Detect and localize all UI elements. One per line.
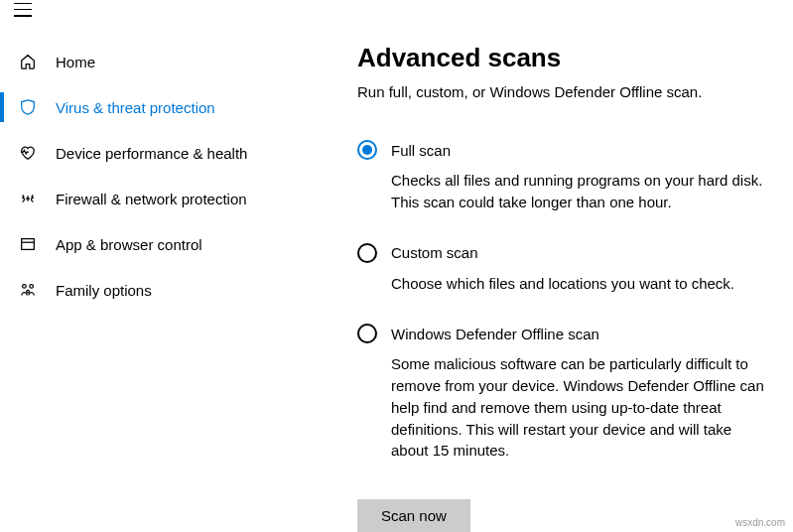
scan-option-full: Full scan Checks all files and running p… xyxy=(357,140,765,213)
svg-point-4 xyxy=(27,290,30,293)
hamburger-menu-icon[interactable] xyxy=(14,3,32,17)
radio-offline-scan[interactable]: Windows Defender Offline scan xyxy=(357,324,765,343)
svg-point-2 xyxy=(23,285,27,289)
svg-point-3 xyxy=(30,285,34,289)
option-label: Full scan xyxy=(391,142,451,159)
radio-icon xyxy=(357,324,377,343)
shield-icon xyxy=(18,97,38,117)
option-label: Windows Defender Offline scan xyxy=(391,326,599,342)
page-subtitle: Run full, custom, or Windows Defender Of… xyxy=(357,83,765,100)
sidebar-item-label: Device performance & health xyxy=(56,145,247,162)
scan-option-custom: Custom scan Choose which files and locat… xyxy=(357,243,765,295)
radio-icon xyxy=(357,243,377,263)
main-content: Advanced scans Run full, custom, or Wind… xyxy=(318,19,793,532)
sidebar-item-device-health[interactable]: Device performance & health xyxy=(0,130,318,176)
sidebar-item-home[interactable]: Home xyxy=(0,39,318,84)
svg-rect-0 xyxy=(22,239,35,250)
app-icon xyxy=(18,234,38,254)
scan-option-offline: Windows Defender Offline scan Some malic… xyxy=(357,324,765,462)
sidebar-item-family[interactable]: Family options xyxy=(0,267,318,313)
radio-icon xyxy=(357,140,377,160)
network-icon xyxy=(18,189,38,208)
sidebar-item-label: Virus & threat protection xyxy=(56,99,215,116)
option-label: Custom scan xyxy=(391,244,478,261)
sidebar-item-label: Firewall & network protection xyxy=(56,191,247,207)
option-desc: Checks all files and running programs on… xyxy=(357,170,765,213)
radio-custom-scan[interactable]: Custom scan xyxy=(357,243,765,263)
family-icon xyxy=(18,280,38,300)
radio-full-scan[interactable]: Full scan xyxy=(357,140,765,160)
sidebar-item-label: App & browser control xyxy=(56,236,202,253)
home-icon xyxy=(18,52,38,71)
sidebar-item-firewall[interactable]: Firewall & network protection xyxy=(0,176,318,221)
sidebar: Home Virus & threat protection Device pe… xyxy=(0,19,318,532)
scan-now-button[interactable]: Scan now xyxy=(357,499,470,532)
sidebar-item-label: Home xyxy=(56,54,95,70)
page-title: Advanced scans xyxy=(357,43,765,73)
sidebar-item-virus-threat[interactable]: Virus & threat protection xyxy=(0,84,318,130)
option-desc: Some malicious software can be particula… xyxy=(357,353,765,462)
sidebar-item-app-browser[interactable]: App & browser control xyxy=(0,221,318,267)
watermark: wsxdn.com xyxy=(735,517,785,528)
sidebar-item-label: Family options xyxy=(56,282,152,299)
heart-icon xyxy=(18,143,38,163)
option-desc: Choose which files and locations you wan… xyxy=(357,273,765,295)
